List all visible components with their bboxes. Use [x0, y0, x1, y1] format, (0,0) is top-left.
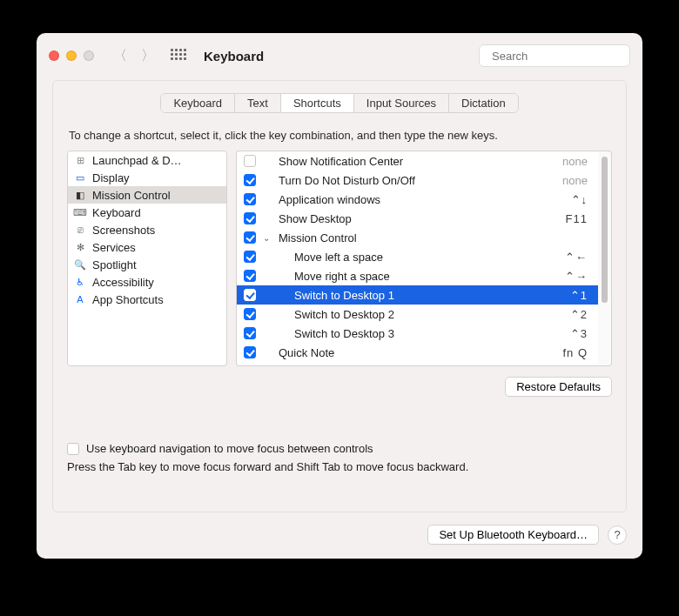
category-item[interactable]: ▭Display — [68, 169, 226, 186]
category-label: Launchpad & D… — [92, 154, 182, 167]
keyboard-icon: ⌨ — [73, 205, 87, 219]
help-button[interactable]: ? — [608, 526, 627, 545]
instruction-text: To change a shortcut, select it, click t… — [69, 129, 610, 142]
window-controls — [49, 50, 94, 61]
close-icon[interactable] — [49, 50, 59, 61]
show-all-icon[interactable] — [171, 49, 185, 63]
category-item[interactable]: ♿︎Accessibility — [68, 273, 226, 291]
tab-shortcuts[interactable]: Shortcuts — [281, 94, 354, 112]
shortcut-checkbox[interactable] — [244, 327, 256, 339]
tab-input-sources[interactable]: Input Sources — [354, 94, 449, 112]
back-button[interactable]: 〈 — [113, 49, 127, 63]
shortcut-checkbox[interactable] — [244, 193, 256, 205]
category-item[interactable]: AApp Shortcuts — [68, 291, 226, 308]
keyboard-nav-row: Use keyboard navigation to move focus be… — [67, 442, 612, 455]
app-icon: A — [73, 292, 87, 306]
shortcut-checkbox[interactable] — [244, 289, 256, 301]
shortcut-row[interactable]: Application windows⌃↓ — [237, 190, 598, 209]
shortcut-checkbox[interactable] — [244, 308, 256, 320]
preferences-window: 〈 〉 Keyboard KeyboardTextShortcutsInput … — [37, 33, 642, 559]
shortcut-checkbox[interactable] — [244, 174, 256, 186]
shortcut-checkbox[interactable] — [244, 270, 256, 282]
restore-defaults-button[interactable]: Restore Defaults — [505, 377, 612, 397]
tab-bar: KeyboardTextShortcutsInput SourcesDictat… — [160, 93, 518, 113]
shortcut-checkbox[interactable] — [244, 155, 256, 167]
shortcut-label: Switch to Desktop 3 — [279, 327, 563, 340]
shortcut-list[interactable]: Show Notification CenternoneTurn Do Not … — [236, 151, 598, 366]
shortcut-checkbox[interactable] — [244, 251, 256, 263]
launchpad-icon: ⊞ — [73, 153, 87, 167]
category-list[interactable]: ⊞Launchpad & D…▭Display◧Mission Control⌨… — [67, 151, 227, 366]
zoom-icon — [84, 50, 94, 61]
shortcut-checkbox[interactable] — [244, 231, 256, 244]
category-label: App Shortcuts — [92, 293, 164, 306]
shortcut-row[interactable]: Quick Notefn Q — [237, 343, 598, 362]
tab-keyboard[interactable]: Keyboard — [161, 94, 235, 112]
main-panel: KeyboardTextShortcutsInput SourcesDictat… — [52, 80, 627, 512]
tab-dictation[interactable]: Dictation — [449, 94, 518, 112]
shortcut-row[interactable]: Turn Do Not Disturb On/Offnone — [237, 171, 598, 190]
keyboard-nav-checkbox[interactable] — [67, 443, 79, 455]
mission-icon: ◧ — [73, 188, 87, 202]
window-title: Keyboard — [204, 49, 264, 64]
spotlight-icon: 🔍 — [73, 258, 87, 271]
category-item[interactable]: ⌨Keyboard — [68, 204, 226, 221]
shortcut-label: Mission Control — [279, 231, 581, 244]
category-label: Services — [92, 241, 136, 254]
shortcut-row[interactable]: Switch to Desktop 2⌃2 — [237, 305, 598, 324]
shortcut-label: Show Desktop — [279, 212, 559, 225]
category-item[interactable]: ⎚Screenshots — [68, 221, 226, 238]
shortcut-checkbox[interactable] — [244, 346, 256, 358]
shortcut-label: Application windows — [279, 193, 564, 206]
shortcut-key[interactable]: none — [562, 155, 588, 168]
shortcut-label: Quick Note — [279, 346, 555, 359]
shortcut-row[interactable]: Switch to Desktop 1⌃1 — [237, 285, 598, 305]
scrollbar[interactable] — [598, 151, 612, 366]
shortcut-key[interactable]: F11 — [566, 212, 588, 225]
shortcut-row[interactable]: Switch to Desktop 3⌃3 — [237, 324, 598, 343]
shortcut-checkbox[interactable] — [244, 212, 256, 224]
search-input[interactable] — [492, 50, 638, 63]
forward-button[interactable]: 〉 — [141, 49, 155, 63]
shortcut-key[interactable]: ⌃1 — [570, 289, 588, 302]
shortcut-label: Move right a space — [279, 270, 558, 283]
shortcut-key[interactable]: ⌃3 — [570, 327, 588, 340]
window-footer: Set Up Bluetooth Keyboard… ? — [37, 525, 642, 559]
lists-container: ⊞Launchpad & D…▭Display◧Mission Control⌨… — [67, 151, 612, 366]
display-icon: ▭ — [73, 171, 87, 184]
category-label: Accessibility — [92, 276, 154, 289]
shortcut-row[interactable]: Move right a space⌃→ — [237, 266, 598, 285]
shortcut-key[interactable]: ⌃2 — [570, 308, 588, 321]
shortcut-row[interactable]: Show Notification Centernone — [237, 151, 598, 171]
shortcut-label: Move left a space — [279, 251, 558, 264]
shortcut-key[interactable]: fn Q — [562, 346, 588, 359]
category-label: Display — [92, 171, 130, 184]
shortcut-label: Switch to Desktop 1 — [279, 289, 563, 302]
services-icon: ✻ — [73, 240, 87, 254]
shortcut-label: Show Notification Center — [279, 155, 555, 168]
tab-text[interactable]: Text — [235, 94, 281, 112]
shortcut-key[interactable]: none — [562, 174, 588, 187]
shortcut-key[interactable]: ⌃→ — [565, 270, 588, 283]
keyboard-nav-hint: Press the Tab key to move focus forward … — [67, 460, 612, 473]
search-field[interactable] — [479, 44, 630, 67]
category-item[interactable]: ⊞Launchpad & D… — [68, 151, 226, 169]
category-item[interactable]: ✻Services — [68, 238, 226, 256]
category-label: Spotlight — [92, 258, 137, 271]
minimize-icon[interactable] — [66, 50, 77, 61]
bluetooth-keyboard-button[interactable]: Set Up Bluetooth Keyboard… — [427, 525, 599, 545]
shortcut-key[interactable]: ⌃↓ — [571, 193, 588, 206]
category-label: Keyboard — [92, 206, 141, 219]
shortcut-row[interactable]: Move left a space⌃← — [237, 247, 598, 266]
nav-buttons: 〈 〉 — [113, 49, 155, 63]
shortcut-row[interactable]: ⌄Mission Control — [237, 228, 598, 247]
screenshot-icon: ⎚ — [73, 223, 87, 237]
shortcut-key[interactable]: ⌃← — [565, 251, 588, 264]
scrollbar-thumb[interactable] — [602, 157, 608, 303]
chevron-down-icon[interactable]: ⌄ — [263, 233, 272, 243]
category-label: Mission Control — [92, 189, 171, 202]
category-item[interactable]: ◧Mission Control — [68, 186, 226, 204]
category-item[interactable]: 🔍Spotlight — [68, 256, 226, 273]
shortcut-label: Turn Do Not Disturb On/Off — [279, 174, 555, 187]
shortcut-row[interactable]: Show DesktopF11 — [237, 209, 598, 228]
